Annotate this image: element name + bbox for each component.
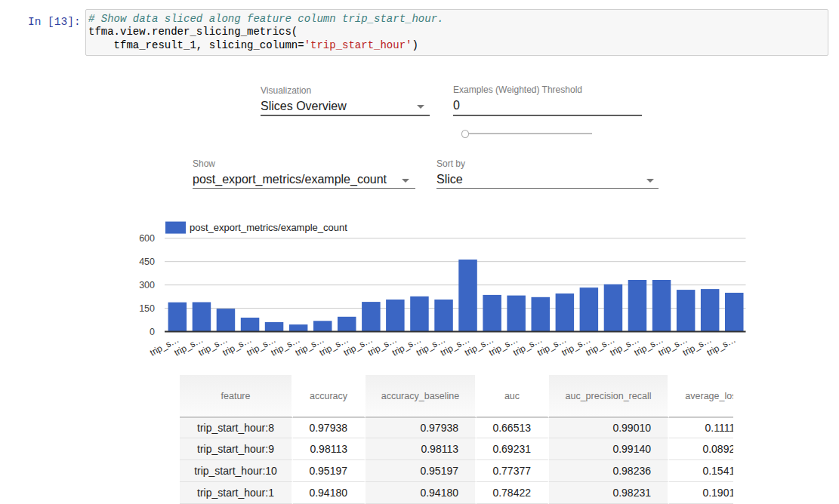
svg-text:150: 150 xyxy=(139,303,155,314)
svg-text:450: 450 xyxy=(139,257,155,267)
svg-text:600: 600 xyxy=(139,233,155,244)
svg-text:300: 300 xyxy=(139,280,155,290)
svg-text:0: 0 xyxy=(150,327,155,337)
svg-text:post_export_metrics/example_co: post_export_metrics/example_count xyxy=(190,222,347,233)
